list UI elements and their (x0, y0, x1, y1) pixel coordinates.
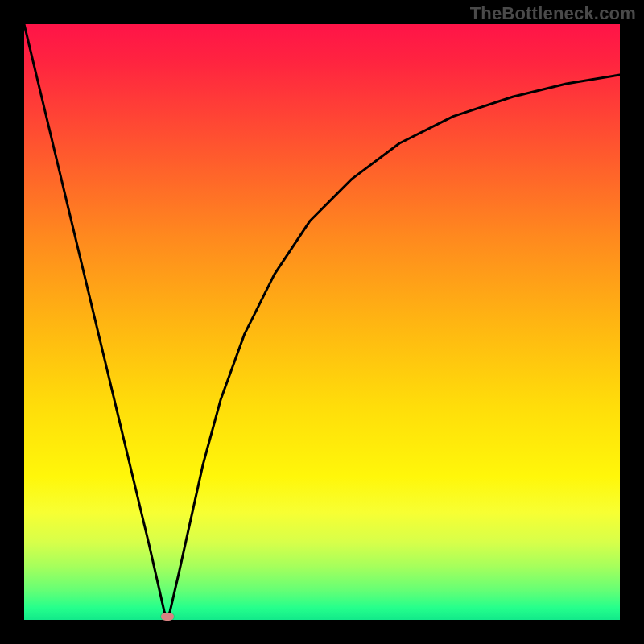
bottleneck-curve (24, 24, 620, 620)
plot-area (24, 24, 620, 620)
chart-frame: TheBottleneck.com (0, 0, 644, 644)
optimal-point-marker (161, 613, 174, 621)
watermark-text: TheBottleneck.com (470, 3, 636, 24)
